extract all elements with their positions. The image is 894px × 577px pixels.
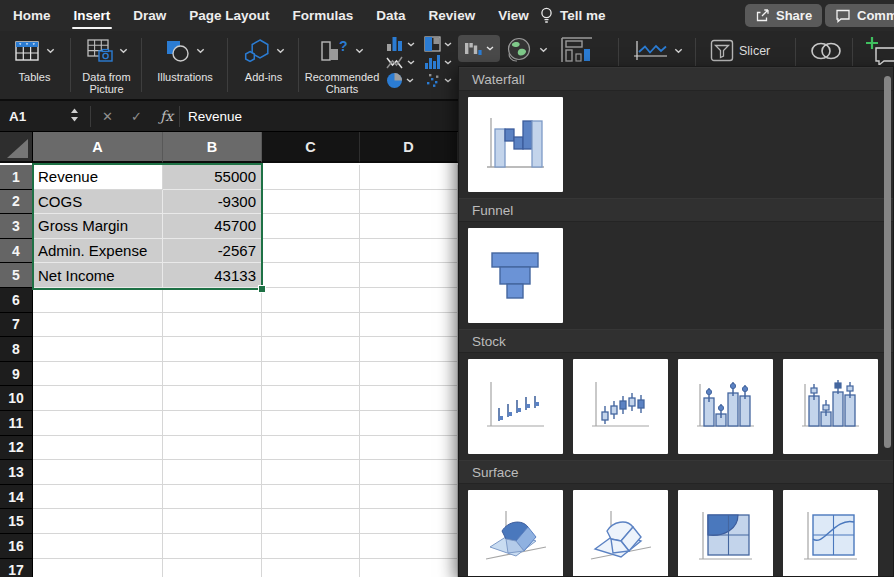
- chart-type-stock-open-high-low-close[interactable]: [573, 359, 668, 454]
- cell-C3[interactable]: [262, 214, 360, 239]
- cell-C9[interactable]: [262, 362, 360, 387]
- insert-histogram-chart-button[interactable]: [424, 54, 452, 70]
- illustrations-button[interactable]: Illustrations: [143, 31, 227, 99]
- cell-C6[interactable]: [262, 288, 360, 313]
- link-button[interactable]: [807, 40, 845, 62]
- comments-button[interactable]: Comments: [825, 4, 894, 27]
- formula-input[interactable]: Revenue: [188, 101, 242, 131]
- cell-D14[interactable]: [360, 485, 458, 510]
- column-header-C[interactable]: C: [262, 132, 360, 163]
- cell-D1[interactable]: [360, 165, 458, 190]
- cell-B12[interactable]: [163, 436, 262, 461]
- column-header-A[interactable]: A: [33, 132, 163, 163]
- cell-D13[interactable]: [360, 460, 458, 485]
- cell-C16[interactable]: [262, 534, 360, 559]
- row-header-4[interactable]: 4: [0, 239, 33, 264]
- cell-B15[interactable]: [163, 509, 262, 534]
- select-all-button[interactable]: [0, 132, 33, 163]
- cell-D9[interactable]: [360, 362, 458, 387]
- new-comment-button[interactable]: [864, 37, 894, 65]
- cell-A13[interactable]: [33, 460, 163, 485]
- insert-column-chart-button[interactable]: [386, 36, 415, 52]
- cell-A14[interactable]: [33, 485, 163, 510]
- cell-D4[interactable]: [360, 239, 458, 264]
- data-from-picture-button[interactable]: Data from Picture: [72, 31, 141, 99]
- cell-C15[interactable]: [262, 509, 360, 534]
- row-header-7[interactable]: 7: [0, 313, 33, 338]
- cell-D8[interactable]: [360, 337, 458, 362]
- insert-function-button[interactable]: ƒx: [160, 101, 173, 131]
- cell-B7[interactable]: [163, 313, 262, 338]
- cell-D10[interactable]: [360, 386, 458, 411]
- cell-A8[interactable]: [33, 337, 163, 362]
- cell-A7[interactable]: [33, 313, 163, 338]
- cell-C14[interactable]: [262, 485, 360, 510]
- cell-C5[interactable]: [262, 263, 360, 288]
- row-header-13[interactable]: 13: [0, 460, 33, 485]
- cell-A9[interactable]: [33, 362, 163, 387]
- cell-D15[interactable]: [360, 509, 458, 534]
- cell-D7[interactable]: [360, 313, 458, 338]
- cancel-entry-button[interactable]: ✕: [102, 101, 113, 131]
- chart-type-stock-high-low-close[interactable]: [468, 359, 563, 454]
- cell-B6[interactable]: [163, 288, 262, 313]
- cell-B13[interactable]: [163, 460, 262, 485]
- chart-type-contour[interactable]: [678, 490, 773, 577]
- cell-D5[interactable]: [360, 263, 458, 288]
- cell-D11[interactable]: [360, 411, 458, 436]
- chart-type-stock-volume-open-high-low-close[interactable]: [783, 359, 878, 454]
- row-header-12[interactable]: 12: [0, 436, 33, 461]
- cell-C4[interactable]: [262, 239, 360, 264]
- cell-A16[interactable]: [33, 534, 163, 559]
- cell-B9[interactable]: [163, 362, 262, 387]
- cell-B8[interactable]: [163, 337, 262, 362]
- cell-C11[interactable]: [262, 411, 360, 436]
- cell-D3[interactable]: [360, 214, 458, 239]
- cell-B17[interactable]: [163, 559, 262, 577]
- tab-page-layout[interactable]: Page Layout: [189, 8, 269, 23]
- insert-maps-chart-button[interactable]: [505, 36, 548, 64]
- insert-pie-chart-button[interactable]: [386, 72, 414, 88]
- chart-type-funnel[interactable]: [468, 228, 563, 323]
- cell-C1[interactable]: [262, 165, 360, 190]
- tab-insert[interactable]: Insert: [74, 8, 111, 23]
- cell-B10[interactable]: [163, 386, 262, 411]
- chart-type-stock-volume-high-low-close[interactable]: [678, 359, 773, 454]
- insert-line-chart-button[interactable]: [386, 54, 415, 70]
- tab-view[interactable]: View: [498, 8, 529, 23]
- tables-button[interactable]: Tables: [0, 31, 69, 99]
- cell-A12[interactable]: [33, 436, 163, 461]
- row-header-14[interactable]: 14: [0, 485, 33, 510]
- cell-C2[interactable]: [262, 190, 360, 215]
- tab-review[interactable]: Review: [429, 8, 476, 23]
- cell-D17[interactable]: [360, 559, 458, 577]
- pivotchart-button[interactable]: [560, 36, 594, 64]
- row-header-17[interactable]: 17: [0, 559, 33, 577]
- row-header-16[interactable]: 16: [0, 534, 33, 559]
- column-header-B[interactable]: B: [163, 132, 262, 163]
- name-box[interactable]: A1: [9, 101, 26, 131]
- insert-hierarchy-chart-button[interactable]: [424, 36, 452, 52]
- tab-draw[interactable]: Draw: [133, 8, 166, 23]
- cell-C17[interactable]: [262, 559, 360, 577]
- cell-A15[interactable]: [33, 509, 163, 534]
- cell-D2[interactable]: [360, 190, 458, 215]
- share-button[interactable]: Share: [745, 4, 822, 27]
- row-header-1[interactable]: 1: [0, 165, 33, 190]
- cell-A10[interactable]: [33, 386, 163, 411]
- cell-A17[interactable]: [33, 559, 163, 577]
- cell-A11[interactable]: [33, 411, 163, 436]
- dropdown-scrollbar[interactable]: [884, 76, 891, 448]
- cell-C8[interactable]: [262, 337, 360, 362]
- cell-C12[interactable]: [262, 436, 360, 461]
- cell-D12[interactable]: [360, 436, 458, 461]
- cell-B14[interactable]: [163, 485, 262, 510]
- tab-data[interactable]: Data: [376, 8, 405, 23]
- addins-button[interactable]: Add-ins: [229, 31, 298, 99]
- row-header-5[interactable]: 5: [0, 263, 33, 288]
- row-header-11[interactable]: 11: [0, 411, 33, 436]
- row-header-8[interactable]: 8: [0, 337, 33, 362]
- row-header-15[interactable]: 15: [0, 509, 33, 534]
- tab-home[interactable]: Home: [13, 8, 51, 23]
- column-header-D[interactable]: D: [360, 132, 458, 163]
